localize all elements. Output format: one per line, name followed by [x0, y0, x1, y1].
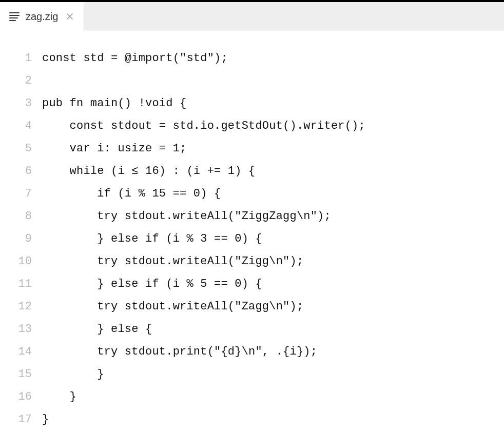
line-content: } else if (i % 3 == 0) { — [42, 228, 262, 250]
line-content: } — [42, 408, 49, 431]
code-line: 9 } else if (i % 3 == 0) { — [0, 228, 504, 250]
code-line: 5 var i: usize = 1; — [0, 138, 504, 160]
line-number: 9 — [0, 228, 42, 250]
line-number: 6 — [0, 160, 42, 183]
code-line: 1 const std = @import("std"); — [0, 47, 504, 70]
line-content: var i: usize = 1; — [42, 138, 186, 160]
code-line: 17 } — [0, 408, 504, 431]
code-line: 12 try stdout.writeAll("Zagg\n"); — [0, 296, 504, 318]
code-line: 4 const stdout = std.io.getStdOut().writ… — [0, 115, 504, 138]
code-line: 11 } else if (i % 5 == 0) { — [0, 273, 504, 296]
line-number: 2 — [0, 70, 42, 92]
code-line: 14 try stdout.print("{d}\n", .{i}); — [0, 341, 504, 363]
line-content: try stdout.writeAll("Zagg\n"); — [42, 296, 303, 318]
tab-label: zag.zig — [26, 11, 58, 23]
tab-bar: zag.zig — [0, 2, 504, 31]
line-number: 15 — [0, 363, 42, 386]
code-editor[interactable]: 1 const std = @import("std"); 2 3 pub fn… — [0, 31, 504, 432]
line-number: 13 — [0, 318, 42, 341]
code-line: 8 try stdout.writeAll("ZiggZagg\n"); — [0, 205, 504, 228]
line-number: 11 — [0, 273, 42, 296]
line-number: 17 — [0, 408, 42, 431]
line-number: 14 — [0, 341, 42, 363]
code-line: 13 } else { — [0, 318, 504, 341]
line-content: const stdout = std.io.getStdOut().writer… — [42, 115, 365, 138]
line-content: } else { — [42, 318, 152, 341]
code-line: 6 while (i ≤ 16) : (i += 1) { — [0, 160, 504, 183]
line-number: 16 — [0, 386, 42, 408]
line-number: 3 — [0, 92, 42, 115]
line-number: 8 — [0, 205, 42, 228]
line-content: } else if (i % 5 == 0) { — [42, 273, 262, 296]
line-number: 1 — [0, 47, 42, 70]
code-line: 10 try stdout.writeAll("Zigg\n"); — [0, 250, 504, 273]
line-content: } — [42, 363, 104, 386]
line-content: try stdout.writeAll("ZiggZagg\n"); — [42, 205, 331, 228]
close-icon[interactable] — [65, 12, 74, 21]
line-content: if (i % 15 == 0) { — [42, 183, 221, 205]
code-line: 7 if (i % 15 == 0) { — [0, 183, 504, 205]
code-line: 3 pub fn main() !void { — [0, 92, 504, 115]
file-lines-icon — [8, 10, 21, 23]
line-content: try stdout.print("{d}\n", .{i}); — [42, 341, 317, 363]
line-content: while (i ≤ 16) : (i += 1) { — [42, 160, 255, 183]
code-line: 2 — [0, 70, 504, 92]
line-content: const std = @import("std"); — [42, 47, 228, 70]
line-number: 7 — [0, 183, 42, 205]
line-content: } — [42, 386, 76, 408]
tab-zag-zig[interactable]: zag.zig — [0, 2, 84, 31]
line-content: pub fn main() !void { — [42, 92, 186, 115]
line-number: 5 — [0, 138, 42, 160]
code-line: 15 } — [0, 363, 504, 386]
line-content: try stdout.writeAll("Zigg\n"); — [42, 250, 303, 273]
code-line: 16 } — [0, 386, 504, 408]
line-number: 12 — [0, 296, 42, 318]
line-number: 10 — [0, 250, 42, 273]
line-number: 4 — [0, 115, 42, 138]
